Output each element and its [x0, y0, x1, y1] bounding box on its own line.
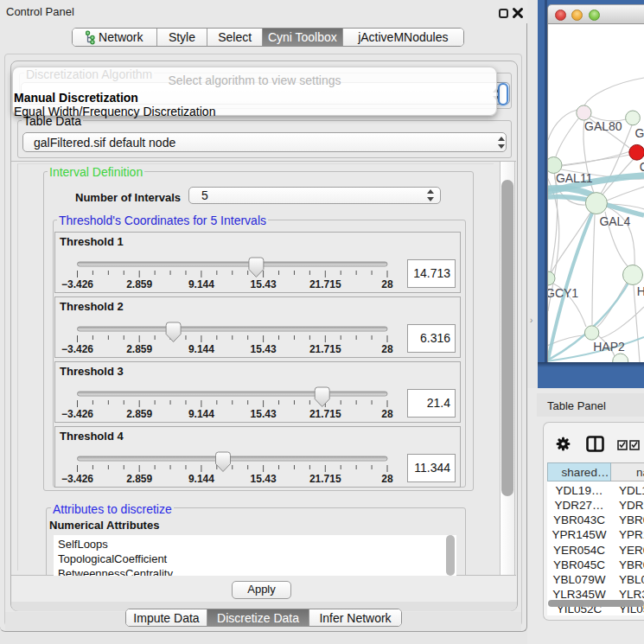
svg-text:HAP2: HAP2 [593, 340, 625, 354]
svg-text:GCY1: GCY1 [548, 286, 578, 300]
svg-text:GAL4: GAL4 [599, 214, 630, 228]
svg-text:C: C [640, 160, 644, 174]
svg-text:GA: GA [635, 126, 644, 140]
svg-text:GAL80: GAL80 [584, 119, 622, 133]
svg-text:HA: HA [637, 284, 644, 298]
svg-text:GAL11: GAL11 [556, 171, 593, 185]
